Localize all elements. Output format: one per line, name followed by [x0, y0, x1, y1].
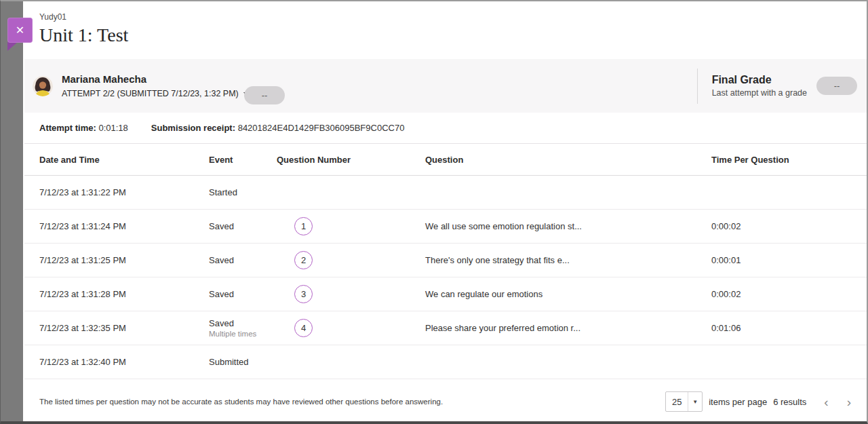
event-name: Submitted	[209, 357, 277, 367]
attempt-log-window: ✕ Yudy01 Unit 1: Test Mariana Mahecha	[0, 0, 868, 424]
event-subtext: Multiple times	[209, 330, 277, 338]
submission-receipt-label: Submission receipt:	[151, 123, 235, 133]
cell-datetime: 7/12/23 at 1:31:24 PM	[39, 221, 209, 231]
cell-question: We all use some emotion regulation st...	[425, 221, 711, 231]
final-grade-subtitle: Last attempt with a grade	[712, 88, 807, 98]
page-size-select[interactable]: 25 ▼	[665, 391, 703, 412]
table-row: 7/12/23 at 1:31:24 PMSaved1We all use so…	[24, 210, 867, 244]
event-name: Saved	[209, 318, 277, 328]
cell-datetime: 7/12/23 at 1:31:22 PM	[39, 187, 209, 197]
attempt-info-row: Attempt time: 0:01:18 Submission receipt…	[24, 113, 867, 144]
cell-event: SavedMultiple times	[209, 318, 277, 338]
cell-question: Please share your preferred emotion r...	[425, 323, 711, 333]
cell-event: Saved	[209, 289, 277, 299]
table-row: 7/12/23 at 1:31:22 PMStarted	[24, 176, 867, 210]
table-header-row: Date and Time Event Question Number Ques…	[24, 144, 867, 176]
column-header-event: Event	[209, 155, 277, 165]
cell-question: We can regulate our emotions	[425, 289, 711, 299]
submission-receipt: Submission receipt: 84201824E4D1429FB306…	[151, 123, 405, 133]
disclaimer-text: The listed times per question may not be…	[39, 398, 443, 406]
cell-event: Submitted	[209, 357, 277, 367]
table-row: 7/12/23 at 1:32:40 PMSubmitted	[24, 345, 867, 379]
cell-datetime: 7/12/23 at 1:31:28 PM	[39, 289, 209, 299]
cell-question-number: 1	[277, 217, 425, 235]
attempt-log-panel: Yudy01 Unit 1: Test Mariana Mahecha ATTE…	[24, 1, 867, 421]
question-number-badge: 3	[294, 285, 313, 303]
cell-datetime: 7/12/23 at 1:32:40 PM	[39, 357, 209, 367]
attempt-time-label: Attempt time:	[39, 123, 96, 133]
header: Yudy01 Unit 1: Test	[24, 1, 867, 59]
event-log-table: Date and Time Event Question Number Ques…	[24, 144, 867, 379]
final-grade-text: Final Grade Last attempt with a grade	[712, 74, 807, 98]
cell-question: There's only one strategy that fits e...	[425, 255, 711, 265]
column-header-time-per-question: Time Per Question	[711, 155, 856, 165]
question-number-badge: 4	[294, 319, 313, 337]
page-title: Unit 1: Test	[39, 24, 867, 46]
column-header-question-number: Question Number	[277, 155, 425, 165]
results-count: 6 results	[773, 397, 806, 407]
cell-time-per-question: 0:00:02	[711, 289, 856, 299]
cell-datetime: 7/12/23 at 1:31:25 PM	[39, 255, 209, 265]
course-label: Yudy01	[39, 12, 867, 22]
attempt-time-value: 0:01:18	[98, 123, 127, 133]
table-row: 7/12/23 at 1:32:35 PMSavedMultiple times…	[24, 311, 867, 345]
submission-receipt-value: 84201824E4D1429FB306095BF9C0CC70	[238, 123, 405, 133]
cell-event: Saved	[209, 221, 277, 231]
table-row: 7/12/23 at 1:31:28 PMSaved3We can regula…	[24, 277, 867, 311]
background-panel-edge	[1, 1, 23, 421]
student-meta: Mariana Mahecha ATTEMPT 2/2 (SUBMITTED 7…	[62, 73, 249, 98]
close-icon: ✕	[16, 25, 24, 36]
cell-time-per-question: 0:01:06	[711, 323, 856, 333]
event-name: Saved	[209, 221, 277, 231]
chevron-down-icon: ▼	[688, 392, 702, 411]
column-header-question: Question	[425, 155, 711, 165]
cell-time-per-question: 0:00:02	[711, 221, 856, 231]
avatar	[33, 76, 53, 96]
page-size-value: 25	[666, 392, 688, 411]
pagination: 25 ▼ items per page 6 results ‹ ›	[665, 391, 857, 412]
student-name: Mariana Mahecha	[62, 73, 249, 85]
question-number-badge: 1	[294, 217, 313, 235]
table-row: 7/12/23 at 1:31:25 PMSaved2There's only …	[24, 244, 867, 277]
question-number-badge: 2	[294, 251, 313, 269]
cell-question-number: 2	[277, 251, 425, 269]
event-name: Saved	[209, 255, 277, 265]
close-panel-button[interactable]: ✕	[7, 18, 33, 43]
next-page-button[interactable]: ›	[841, 396, 857, 408]
footer: The listed times per question may not be…	[24, 379, 867, 412]
cell-datetime: 7/12/23 at 1:32:35 PM	[39, 323, 209, 333]
cell-time-per-question: 0:00:01	[711, 255, 856, 265]
attempt-grade-pill[interactable]: --	[244, 86, 285, 104]
column-header-date: Date and Time	[39, 155, 209, 165]
event-name: Saved	[209, 289, 277, 299]
attempt-selector[interactable]: ATTEMPT 2/2 (SUBMITTED 7/12/23, 1:32 PM)	[62, 89, 249, 98]
previous-page-button[interactable]: ‹	[818, 396, 834, 408]
cell-event: Saved	[209, 255, 277, 265]
cell-question-number: 4	[277, 319, 425, 337]
final-grade-pill[interactable]: --	[816, 77, 857, 95]
table-body: 7/12/23 at 1:31:22 PMStarted7/12/23 at 1…	[24, 176, 867, 379]
attempt-label: ATTEMPT 2/2 (SUBMITTED 7/12/23, 1:32 PM)	[62, 89, 239, 98]
student-bar: Mariana Mahecha ATTEMPT 2/2 (SUBMITTED 7…	[24, 59, 867, 113]
cell-question-number: 3	[277, 285, 425, 303]
bookmark-fold-icon	[7, 42, 18, 51]
attempt-time: Attempt time: 0:01:18	[39, 123, 128, 133]
final-grade-label: Final Grade	[712, 74, 807, 86]
event-name: Started	[209, 187, 277, 197]
items-per-page-label: items per page	[709, 397, 767, 407]
final-grade-section: Final Grade Last attempt with a grade --	[697, 69, 859, 104]
cell-event: Started	[209, 187, 277, 197]
